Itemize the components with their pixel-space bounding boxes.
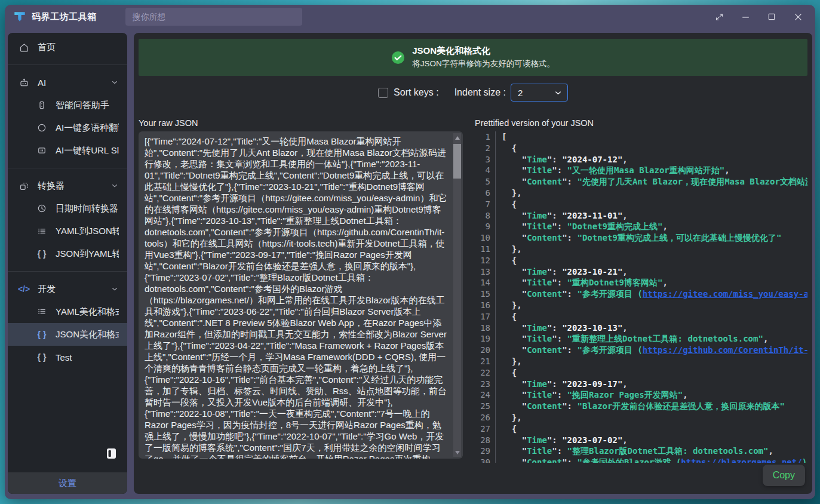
minimize-button[interactable] [736,9,754,24]
json-link[interactable]: https://blazorgames.net/ [681,457,801,463]
json-token: { [502,368,517,377]
maximize-button[interactable] [763,9,781,24]
json-key: Title [527,390,552,399]
scrollbar-thumb[interactable] [453,144,461,179]
sidebar-item-label: YAML美化和格式化 [56,306,119,318]
search-input[interactable] [125,12,302,21]
json-token: " [502,334,527,343]
search-box[interactable] [125,8,302,26]
json-token: "整理Blazor版Dotnet工具箱: dotnetools.com" [567,446,769,456]
code-line: 28 "Time": "2023-07-02", [475,435,807,446]
json-key: Content [527,289,562,299]
sidebar-item-test[interactable]: { } Test [8,346,127,368]
sidebar-item-label: 智能问答助手 [56,100,109,111]
sidebar-item-yaml-prettify[interactable]: YAML美化和格式化 [8,300,127,323]
main-panel: JSON美化和格式化 将JSON字符串修饰为友好的可读格式。 Sort keys… [134,33,812,494]
sidebar-item-ai-url-slug[interactable]: AI一键转URL Slug [8,139,127,162]
sidebar-item-ai-translate[interactable]: AI一键多语种翻译 [8,116,127,139]
code-line: 6 }, [475,188,807,199]
code-line: 27 { [475,423,807,435]
json-token: , [662,222,667,231]
line-number: 17 [475,311,496,322]
sidebar-item-home[interactable]: 首页 [8,36,127,59]
line-number: 10 [475,232,496,244]
titlebar: 码界工坊工具箱 [5,5,815,29]
line-number: 15 [475,288,496,300]
json-key: Title [527,278,552,287]
banner-text: JSON美化和格式化 将JSON字符串修饰为友好的可读格式。 [412,45,555,69]
content-row: 首页 AI [8,33,812,494]
sidebar-group-dev[interactable]: </> 开发 [8,278,127,300]
scroll-up-icon[interactable] [453,134,461,142]
line-number: 5 [475,176,496,188]
json-key: Content [527,457,562,463]
json-token: { [502,143,517,153]
json-token: " [502,379,527,389]
code-line: 8 "Time": "2023-11-01", [475,210,807,222]
line-number: 13 [475,266,496,278]
indent-size-select[interactable]: 2 [511,84,568,102]
line-number: 9 [475,221,496,232]
json-token: "又一轮使用Masa Blazor重构网站开始" [567,165,725,175]
editor-panels: Your raw JSON [{"Time":"2024-07-12","Tit… [139,118,807,463]
json-key: Title [527,222,552,231]
code-line: 23 "Time": "2023-09-17", [475,379,807,390]
json-token: }, [502,188,522,198]
line-number: 16 [475,300,496,311]
json-token: " [502,446,527,456]
collapse-sidebar-icon[interactable] [106,448,116,459]
sidebar-group-ai[interactable]: AI [8,71,127,94]
sort-keys-checkbox[interactable] [378,88,388,98]
sidebar-item-json-to-yaml[interactable]: { } JSON到YAML转换 [8,242,127,265]
braces-icon: { } [35,249,48,259]
sidebar-group-converters[interactable]: 转换器 [8,174,127,197]
sidebar-group-label: 转换器 [38,180,65,192]
sidebar-item-datetime-converter[interactable]: 日期时间转换器 [8,197,127,220]
json-link[interactable]: https://github.com/CorentinTh/it-tools [643,345,807,355]
scroll-down-icon[interactable] [453,448,461,456]
json-key: Content [527,345,562,355]
json-token: }, [502,244,522,254]
json-key: Title [527,446,552,456]
json-token: , [622,379,627,389]
json-token: " [502,401,527,411]
json-key: Time [527,435,547,445]
code-line: 5 "Content": "先使用了几天Ant Blazor，现在使用Masa … [475,176,807,188]
code-line: 24 "Title": "挽回Razor Pages开发网站", [475,389,807,401]
json-key: Time [527,211,547,220]
json-token: , [724,165,729,175]
line-number: 6 [475,188,496,199]
indent-size-value: 2 [518,88,523,98]
sidebar-item-qa-assistant[interactable]: 智能问答助手 [8,94,127,116]
code-line: 14 "Title": "重构Dotnet9博客网站", [475,277,807,288]
json-token: , [662,278,667,287]
json-token: " [502,233,527,242]
json-token: , [622,435,627,445]
json-token: "参考开源项目 ( [577,289,642,299]
raw-json-input[interactable]: [{"Time":"2024-07-12","Title":"又一轮使用Masa… [139,131,463,459]
json-token: "Dotnet9重构完成上线，可以在此基础上慢慢优化了" [577,233,781,242]
expand-icon[interactable] [710,9,728,24]
json-token: "参考开源项目 ( [577,345,642,355]
settings-button[interactable]: 设置 [8,472,127,494]
code-line: 18 "Time": "2023-10-13", [475,322,807,334]
scrollbar[interactable] [453,133,461,457]
json-token: " [502,222,527,231]
json-key: Time [527,323,547,333]
code-line: 16 }, [475,300,807,311]
copy-button[interactable]: Copy [763,465,805,486]
line-number: 7 [475,199,496,210]
code-icon: </> [17,284,30,294]
chevron-down-icon [110,285,119,293]
sidebar-item-yaml-to-json[interactable]: YAML到JSON转换 [8,220,127,242]
json-token: "重新整理上线Dotnet工具箱: dotnetools.com" [567,334,763,343]
line-number: 23 [475,379,496,390]
json-token: , [622,267,627,276]
banner-title: JSON美化和格式化 [412,45,555,57]
sidebar-item-json-prettify[interactable]: { } JSON美化和格式化 [8,323,127,346]
json-link[interactable]: https://gitee.com/miss_you/easy-admin [643,289,807,299]
code-line: 20 "Content": "参考开源项目 (https://github.co… [475,345,807,356]
json-token: "挽回Razor Pages开发网站" [567,390,683,399]
json-token: ": [547,323,562,333]
close-button[interactable] [789,9,807,24]
